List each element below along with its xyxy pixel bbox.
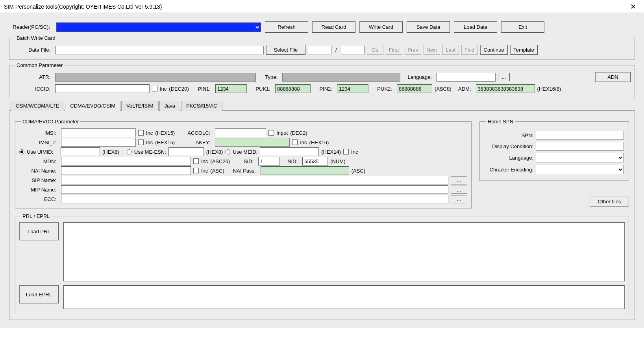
use-me-esn-radio[interactable] bbox=[127, 149, 132, 154]
last-button[interactable]: Last bbox=[442, 45, 459, 55]
akey-hex16: (HEX16) bbox=[309, 140, 329, 145]
char-encoding-select[interactable] bbox=[536, 165, 624, 174]
refresh-button[interactable]: Refresh bbox=[265, 21, 308, 33]
first-button[interactable]: First bbox=[386, 45, 402, 55]
mip-browse-button[interactable]: ... bbox=[451, 186, 467, 194]
adn-button[interactable]: ADN bbox=[595, 72, 631, 82]
imsi-label: IMSI: bbox=[19, 130, 59, 136]
mdn-inc-checkbox[interactable] bbox=[193, 158, 199, 164]
home-language-select[interactable] bbox=[536, 153, 624, 162]
pin2-label: PIN2: bbox=[313, 86, 335, 92]
exit-button[interactable]: Exit bbox=[501, 21, 544, 33]
imsi-input[interactable] bbox=[61, 128, 136, 137]
tab-java[interactable]: Java bbox=[159, 101, 180, 111]
nai-name-input[interactable] bbox=[61, 166, 191, 175]
accolc-input[interactable] bbox=[215, 128, 266, 137]
find-button[interactable]: Find bbox=[461, 45, 478, 55]
select-file-button[interactable]: Select File bbox=[266, 45, 305, 55]
toolbar-row: Reader(PC/SC): Refresh Read Card Write C… bbox=[9, 21, 635, 33]
uimid-input[interactable] bbox=[61, 147, 100, 156]
use-uimid-radio[interactable] bbox=[19, 149, 24, 154]
iccid-inc-checkbox[interactable] bbox=[152, 86, 157, 91]
load-prl-button[interactable]: Load PRL bbox=[19, 222, 59, 240]
data-file-input[interactable] bbox=[55, 46, 264, 54]
display-cond-input[interactable] bbox=[536, 142, 624, 151]
sip-browse-button[interactable]: ... bbox=[451, 176, 467, 184]
other-files-button[interactable]: Other files bbox=[590, 197, 629, 206]
imsi-t-input[interactable] bbox=[61, 138, 136, 147]
meid-inc-checkbox[interactable] bbox=[343, 149, 349, 154]
ecc-input[interactable] bbox=[61, 195, 448, 203]
meid-input[interactable] bbox=[260, 147, 319, 156]
imsi-t-inc-label: Inc bbox=[146, 140, 153, 145]
tab-cdma[interactable]: CDMA/EVDO/CSIM bbox=[65, 101, 120, 111]
common-parameter-group: Common Parameter ATR: Type: Language: ..… bbox=[9, 62, 635, 98]
batch-total-input[interactable] bbox=[341, 46, 365, 54]
write-card-button[interactable]: Write Card bbox=[359, 21, 403, 33]
meid-hex14: (HEX14) bbox=[321, 149, 341, 155]
mip-name-input[interactable] bbox=[61, 185, 448, 194]
me-esn-input[interactable] bbox=[168, 147, 204, 156]
spn-input[interactable] bbox=[536, 131, 624, 140]
imsi-t-inc-checkbox[interactable] bbox=[138, 140, 144, 145]
language-label: Language: bbox=[403, 74, 434, 80]
adm-input[interactable] bbox=[476, 84, 535, 93]
nai-inc-checkbox[interactable] bbox=[193, 168, 199, 173]
puk1-input[interactable] bbox=[275, 84, 311, 93]
reader-select[interactable] bbox=[56, 22, 261, 32]
akey-input[interactable] bbox=[215, 138, 290, 147]
accolc-dec2: (DEC2) bbox=[290, 130, 307, 136]
batch-legend: Batch Write Card bbox=[15, 35, 57, 41]
pin1-input[interactable] bbox=[215, 84, 247, 93]
use-meid-label: Use MEID: bbox=[233, 149, 257, 155]
template-button[interactable]: Template bbox=[510, 45, 538, 55]
language-field[interactable] bbox=[437, 73, 496, 82]
asc8-hint: (ASC8) bbox=[435, 86, 452, 92]
prev-button[interactable]: Prev bbox=[405, 45, 421, 55]
nai-name-label: NAI Name: bbox=[19, 168, 59, 174]
imsi-t-hex15: (HEX15) bbox=[155, 140, 175, 145]
iccid-input[interactable] bbox=[55, 84, 150, 93]
nid-input[interactable] bbox=[302, 157, 328, 166]
imsi-inc-checkbox[interactable] bbox=[138, 130, 144, 136]
mdn-asc20: (ASC20) bbox=[210, 158, 230, 164]
sid-input[interactable] bbox=[258, 157, 280, 166]
accolc-label: ACCOLC: bbox=[177, 130, 213, 136]
sip-name-input[interactable] bbox=[61, 176, 448, 184]
tab-volte[interactable]: VoLTE/ISIM bbox=[121, 101, 158, 111]
akey-inc-label: Inc bbox=[300, 140, 307, 145]
ecc-label: ECC: bbox=[19, 196, 59, 202]
nai-pass-input[interactable] bbox=[261, 166, 349, 175]
pin2-input[interactable] bbox=[337, 84, 368, 93]
imsi-inc-label: Inc bbox=[146, 130, 153, 136]
batch-index-input[interactable] bbox=[308, 46, 331, 54]
display-cond-label: Display Condition: bbox=[485, 143, 536, 149]
eprl-textarea[interactable] bbox=[63, 285, 625, 309]
go-button[interactable]: Go bbox=[367, 45, 383, 55]
akey-label: AKEY: bbox=[177, 140, 213, 145]
adm-label: ADM: bbox=[454, 86, 474, 92]
tab-gsm[interactable]: GSM/WCDMA/LTE bbox=[11, 101, 64, 111]
iccid-inc-label: Inc bbox=[160, 86, 167, 92]
nai-asc: (ASC) bbox=[210, 168, 224, 174]
akey-inc-checkbox[interactable] bbox=[292, 140, 298, 145]
load-data-button[interactable]: Load Data bbox=[454, 21, 497, 33]
atr-field bbox=[55, 73, 256, 82]
tab-pkcs[interactable]: PKCS#15/AC bbox=[181, 101, 222, 111]
continue-button[interactable]: Continue bbox=[480, 45, 508, 55]
language-browse-button[interactable]: ... bbox=[498, 73, 510, 81]
sid-label: SID: bbox=[232, 158, 256, 164]
save-data-button[interactable]: Save Data bbox=[407, 21, 450, 33]
atr-label: ATR: bbox=[13, 74, 53, 80]
imsi-hex15: (HEX15) bbox=[155, 130, 175, 136]
puk2-input[interactable] bbox=[397, 84, 432, 93]
accolc-input-checkbox[interactable] bbox=[268, 130, 274, 136]
use-meid-radio[interactable] bbox=[225, 149, 230, 154]
ecc-browse-button[interactable]: ... bbox=[451, 195, 467, 203]
close-icon[interactable]: ✕ bbox=[626, 2, 640, 11]
read-card-button[interactable]: Read Card bbox=[312, 21, 355, 33]
load-eprl-button[interactable]: Load EPRL bbox=[19, 285, 59, 303]
mdn-input[interactable] bbox=[61, 157, 191, 166]
next-button[interactable]: Next bbox=[424, 45, 440, 55]
prl-textarea[interactable] bbox=[63, 222, 625, 281]
